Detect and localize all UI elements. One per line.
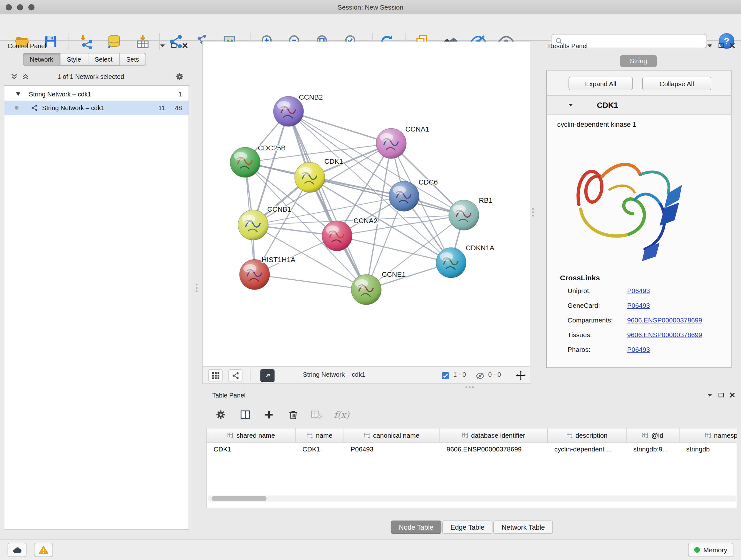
minimize-window-button[interactable]: [17, 4, 23, 10]
network-node[interactable]: CDC6: [389, 178, 438, 211]
svg-text:CDKN1A: CDKN1A: [466, 244, 494, 252]
string-network-graph[interactable]: CCNB2CCNA1CDC25BCDK1CDC6RB1CCNB1CCNA2CDK…: [203, 42, 530, 366]
maximize-window-button[interactable]: [28, 4, 35, 10]
memory-status-dot-icon: [694, 547, 700, 553]
column-header[interactable]: name: [296, 428, 344, 442]
table-row[interactable]: CDK1CDK1P064939606.ENSP00000378699cyclin…: [207, 442, 737, 455]
left-splitter-handle[interactable]: [196, 284, 198, 293]
selected-checkbox-icon[interactable]: [441, 372, 449, 380]
collapse-card-caret-icon[interactable]: [568, 103, 574, 108]
network-node[interactable]: RB1: [449, 196, 493, 230]
tab-network-table[interactable]: Network Table: [494, 520, 553, 534]
close-panel-icon[interactable]: [182, 43, 188, 49]
tab-style[interactable]: Style: [60, 53, 88, 66]
table-cell[interactable]: CDK1: [296, 442, 344, 455]
column-type-icon: [643, 432, 649, 438]
function-builder-button[interactable]: f(x): [332, 405, 351, 424]
column-header[interactable]: @id: [627, 428, 680, 442]
create-column-button[interactable]: [259, 405, 278, 424]
network-node[interactable]: CDK1: [294, 158, 343, 192]
column-header[interactable]: database identifier: [440, 428, 548, 442]
table-cell[interactable]: stringdb:9...: [627, 442, 680, 455]
network-view-title: String Network – cdk1: [303, 371, 365, 378]
column-header[interactable]: namespace: [680, 428, 738, 442]
table-options-button[interactable]: [211, 405, 230, 424]
svg-text:CDK1: CDK1: [324, 158, 343, 165]
right-splitter-handle[interactable]: [532, 208, 534, 217]
warning-icon: [38, 545, 49, 555]
tree-expand-icon[interactable]: [16, 91, 21, 97]
cloud-status-button[interactable]: [8, 543, 26, 557]
gear-icon[interactable]: [175, 72, 185, 81]
collapse-all-button[interactable]: Collapse All: [643, 77, 711, 90]
crosslink-compartments-link[interactable]: 9606.ENSP00000378699: [627, 316, 702, 324]
tab-network[interactable]: Network: [23, 53, 60, 66]
column-header[interactable]: shared name: [207, 428, 296, 442]
network-canvas[interactable]: CCNB2CCNA1CDC25BCDK1CDC6RB1CCNB1CCNA2CDK…: [202, 42, 530, 366]
network-collection-row[interactable]: String Network – cdk1 1: [4, 87, 189, 101]
panel-menu-caret-icon[interactable]: [706, 43, 713, 49]
float-panel-icon[interactable]: [718, 43, 724, 49]
memory-button[interactable]: Memory: [688, 543, 733, 557]
close-window-button[interactable]: [6, 4, 12, 10]
cloud-icon: [12, 546, 22, 554]
crosslink-label: Tissues:: [568, 331, 592, 339]
network-node[interactable]: CCNA1: [376, 125, 429, 159]
main-toolbar: ?: [0, 14, 741, 41]
tab-select[interactable]: Select: [88, 53, 120, 66]
delete-column-button[interactable]: [284, 405, 302, 424]
float-panel-icon[interactable]: [171, 43, 178, 49]
column-header[interactable]: description: [548, 428, 626, 442]
pan-move-icon[interactable]: [516, 370, 526, 381]
graph-view-button[interactable]: [228, 369, 242, 382]
crosslink-uniprot-link[interactable]: P06493: [627, 287, 650, 295]
network-row-selected[interactable]: String Network – cdk1 11 48: [4, 101, 189, 115]
column-header[interactable]: canonical name: [344, 428, 440, 442]
table-cell[interactable]: CDK1: [207, 442, 296, 455]
crosslink-label: GeneCard:: [568, 302, 600, 309]
table-cell[interactable]: cyclin-dependent ...: [548, 442, 626, 455]
close-panel-icon[interactable]: [729, 392, 735, 398]
panel-menu-caret-icon[interactable]: [706, 392, 713, 398]
network-tree: String Network – cdk1 1 String Network –…: [4, 85, 189, 530]
network-node[interactable]: CDKN1A: [436, 244, 494, 278]
network-label: String Network – cdk1: [42, 105, 105, 111]
statusbar-separator: [250, 369, 250, 382]
birds-eye-view-button[interactable]: [208, 369, 222, 382]
tab-edge-table[interactable]: Edge Table: [442, 520, 492, 534]
column-type-icon: [462, 432, 468, 438]
collection-label: String Network – cdk1: [29, 91, 91, 98]
warnings-button[interactable]: [34, 543, 53, 557]
network-small-icon: [231, 372, 239, 380]
detach-view-button[interactable]: [260, 369, 274, 382]
table-panel: Table Panel: [206, 390, 737, 537]
control-panel-title: Control Panel: [8, 43, 46, 50]
show-columns-button[interactable]: [236, 405, 255, 424]
table-cell[interactable]: P06493: [344, 442, 440, 455]
grid-icon: [212, 372, 219, 380]
expand-all-button[interactable]: Expand All: [569, 77, 633, 90]
float-panel-icon[interactable]: [718, 392, 724, 398]
table-cell[interactable]: stringdb: [680, 442, 738, 455]
table-cell[interactable]: 9606.ENSP00000378699: [440, 442, 548, 455]
hscrollbar-thumb[interactable]: [212, 496, 266, 501]
delete-table-button[interactable]: [307, 405, 326, 424]
results-tab-string[interactable]: String: [620, 55, 657, 67]
network-node[interactable]: CCNB2: [273, 93, 323, 126]
hidden-eye-slash-icon[interactable]: [475, 372, 485, 380]
gear-icon: [215, 409, 226, 421]
crosslink-genecard-link[interactable]: P06493: [627, 302, 650, 309]
gene-card-header[interactable]: CDK1: [547, 96, 731, 115]
tab-sets[interactable]: Sets: [120, 53, 146, 66]
panel-menu-caret-icon[interactable]: [159, 43, 166, 49]
network-node[interactable]: CCNB1: [238, 205, 291, 240]
tab-node-table[interactable]: Node Table: [391, 520, 442, 534]
crosslink-pharos-link[interactable]: P06493: [627, 346, 650, 354]
network-item-icon: [30, 104, 38, 112]
current-network-bullet-icon: [15, 106, 18, 110]
close-panel-icon[interactable]: [729, 43, 735, 49]
crosslink-tissues-link[interactable]: 9606.ENSP00000378699: [627, 331, 702, 339]
network-node[interactable]: HIST1H1A: [239, 256, 295, 290]
plus-icon: [263, 409, 275, 421]
bottom-splitter-handle[interactable]: [466, 386, 474, 388]
